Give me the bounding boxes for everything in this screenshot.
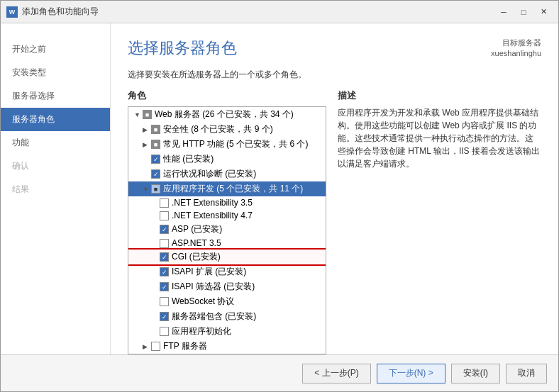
tree-item-appdev[interactable]: ▼ ■ 应用程序开发 (5 个已安装，共 11 个) xyxy=(128,181,326,196)
tree-item-webserver[interactable]: ▼ ■ Web 服务器 (26 个已安装，共 34 个) xyxy=(128,107,326,122)
checkbox-net47[interactable] xyxy=(160,211,169,220)
tree-label-security: 安全性 (8 个已安装，共 9 个) xyxy=(163,123,273,135)
tree-item-mgmt[interactable]: ▶ ■ 管理工具 (3 个已安装，共 7 个) xyxy=(128,354,326,354)
checkbox-perf[interactable]: ✓ xyxy=(151,155,160,164)
tree-label-aspnet35: ASP.NET 3.5 xyxy=(172,238,221,248)
expand-asp-icon xyxy=(151,226,158,233)
tree-item-health[interactable]: ✓ 运行状况和诊断 (已安装) xyxy=(128,167,326,181)
checkbox-ftp[interactable] xyxy=(151,342,160,351)
tree-label-net47: .NET Extensibility 4.7 xyxy=(172,211,253,220)
install-button[interactable]: 安装(I) xyxy=(451,364,500,383)
main-area: 选择服务器角色 目标服务器 xueshanlinghu 选择要安装在所选服务器上… xyxy=(111,23,558,354)
prev-button[interactable]: < 上一步(P) xyxy=(302,364,370,383)
cancel-button[interactable]: 取消 xyxy=(506,364,547,383)
expand-isapi-ext-icon xyxy=(151,269,158,276)
sidebar-item-result: 结果 xyxy=(1,178,110,201)
checkbox-asp[interactable]: ✓ xyxy=(160,225,169,234)
sidebar-item-install-type[interactable]: 安装类型 xyxy=(1,61,110,84)
tree-item-isapi-filter[interactable]: ✓ ISAPI 筛选器 (已安装) xyxy=(128,279,326,294)
close-button[interactable]: ✕ xyxy=(534,4,553,20)
checkbox-isapi-filter[interactable]: ✓ xyxy=(160,282,169,291)
tree-label-net35: .NET Extensibility 3.5 xyxy=(172,198,253,208)
tree-label-appdev: 应用程序开发 (5 个已安装，共 11 个) xyxy=(163,183,303,195)
sidebar-item-server-select[interactable]: 服务器选择 xyxy=(1,84,110,108)
tree-item-ssi[interactable]: ✓ 服务器端包含 (已安装) xyxy=(128,309,326,324)
expand-appdev-icon[interactable]: ▼ xyxy=(143,186,150,193)
expand-http-icon[interactable]: ▶ xyxy=(143,141,150,148)
window-icon: W xyxy=(6,6,18,18)
roles-label: 角色 xyxy=(128,89,326,102)
checkbox-webserver[interactable]: ■ xyxy=(143,110,152,119)
tree-label-http: 常见 HTTP 功能 (5 个已安装，共 6 个) xyxy=(163,138,308,150)
roles-panel: 角色 ▼ ■ Web 服务器 (26 个已安装，共 34 个) ▶ ■ 安全性 xyxy=(128,89,326,354)
footer: < 上一步(P) 下一步(N) > 安装(I) 取消 xyxy=(1,354,558,391)
expand-net47-icon xyxy=(151,212,158,219)
checkbox-security[interactable]: ■ xyxy=(151,125,160,134)
expand-ssi-icon xyxy=(151,313,158,320)
roles-tree[interactable]: ▼ ■ Web 服务器 (26 个已安装，共 34 个) ▶ ■ 安全性 (8 … xyxy=(128,106,326,354)
expand-perf-icon xyxy=(143,156,150,163)
tree-label-websocket: WebSocket 协议 xyxy=(172,296,234,308)
intro-description: 选择要安装在所选服务器上的一个或多个角色。 xyxy=(128,69,541,81)
target-server-info: 目标服务器 xueshanlinghu xyxy=(491,38,541,60)
expand-cgi-icon xyxy=(151,254,158,261)
expand-net35-icon xyxy=(151,199,158,206)
tree-label-isapi-ext: ISAPI 扩展 (已安装) xyxy=(172,266,246,278)
expand-aspnet35-icon xyxy=(151,240,158,247)
page-title: 选择服务器角色 xyxy=(128,38,237,59)
tree-item-http[interactable]: ▶ ■ 常见 HTTP 功能 (5 个已安装，共 6 个) xyxy=(128,137,326,152)
tree-item-net47[interactable]: .NET Extensibility 4.7 xyxy=(128,209,326,222)
tree-label-ssi: 服务器端包含 (已安装) xyxy=(172,310,256,323)
tree-item-aspnet35[interactable]: ASP.NET 3.5 xyxy=(128,237,326,250)
tree-label-ftp: FTP 服务器 xyxy=(163,340,207,352)
title-bar: W 添加角色和功能向导 ─ □ ✕ xyxy=(1,1,558,23)
checkbox-appdev[interactable]: ■ xyxy=(151,184,160,194)
title-bar-left: W 添加角色和功能向导 xyxy=(6,6,99,18)
checkbox-net35[interactable] xyxy=(160,198,169,208)
checkbox-websocket[interactable] xyxy=(160,297,169,306)
header-area: 选择服务器角色 目标服务器 xueshanlinghu xyxy=(128,38,541,69)
tree-label-health: 运行状况和诊断 (已安装) xyxy=(163,168,256,180)
tree-label-cgi: CGI (已安装) xyxy=(172,251,221,263)
columns-area: 角色 ▼ ■ Web 服务器 (26 个已安装，共 34 个) ▶ ■ 安全性 xyxy=(128,89,541,354)
desc-content: 应用程序开发为开发和承载 Web 应用程序提供基础结构。使用这些功能可以创建 W… xyxy=(338,106,541,170)
tree-item-cgi[interactable]: ✓ CGI (已安装) xyxy=(128,250,326,264)
tree-item-appinit[interactable]: 应用程序初始化 xyxy=(128,324,326,339)
expand-webserver-icon[interactable]: ▼ xyxy=(134,111,141,118)
tree-item-asp[interactable]: ✓ ASP (已安装) xyxy=(128,222,326,237)
checkbox-isapi-ext[interactable]: ✓ xyxy=(160,267,169,276)
maximize-button[interactable]: □ xyxy=(514,4,533,20)
expand-ftp-icon[interactable]: ▶ xyxy=(143,343,150,350)
tree-label-isapi-filter: ISAPI 筛选器 (已安装) xyxy=(172,281,255,293)
tree-item-security[interactable]: ▶ ■ 安全性 (8 个已安装，共 9 个) xyxy=(128,122,326,137)
tree-label-perf: 性能 (已安装) xyxy=(163,153,214,165)
sidebar-item-server-roles[interactable]: 服务器角色 xyxy=(1,108,110,131)
expand-websocket-icon xyxy=(151,298,158,306)
sidebar: 开始之前 安装类型 服务器选择 服务器角色 功能 确认 结果 xyxy=(1,23,111,354)
sidebar-item-start[interactable]: 开始之前 xyxy=(1,38,110,61)
content-area: 开始之前 安装类型 服务器选择 服务器角色 功能 确认 结果 选择服务器角色 目… xyxy=(1,23,558,354)
expand-health-icon xyxy=(143,171,150,178)
checkbox-ssi[interactable]: ✓ xyxy=(160,312,169,321)
tree-item-perf[interactable]: ✓ 性能 (已安装) xyxy=(128,152,326,167)
next-button[interactable]: 下一步(N) > xyxy=(377,364,445,383)
desc-label: 描述 xyxy=(338,89,541,102)
main-window: W 添加角色和功能向导 ─ □ ✕ 开始之前 安装类型 服务器选择 服务器角色 … xyxy=(0,0,559,392)
tree-item-ftp[interactable]: ▶ FTP 服务器 xyxy=(128,339,326,354)
checkbox-http[interactable]: ■ xyxy=(151,140,160,149)
checkbox-aspnet35[interactable] xyxy=(160,239,169,248)
tree-item-isapi-ext[interactable]: ✓ ISAPI 扩展 (已安装) xyxy=(128,264,326,279)
checkbox-appinit[interactable] xyxy=(160,327,169,336)
sidebar-item-features[interactable]: 功能 xyxy=(1,131,110,155)
checkbox-cgi[interactable]: ✓ xyxy=(160,252,169,262)
tree-item-net35[interactable]: .NET Extensibility 3.5 xyxy=(128,196,326,209)
window-title: 添加角色和功能向导 xyxy=(22,6,99,18)
sidebar-item-confirm: 确认 xyxy=(1,155,110,178)
expand-security-icon[interactable]: ▶ xyxy=(143,126,150,133)
checkbox-health[interactable]: ✓ xyxy=(151,169,160,179)
tree-item-websocket[interactable]: WebSocket 协议 xyxy=(128,294,326,309)
tree-label-appinit: 应用程序初始化 xyxy=(172,325,231,337)
minimize-button[interactable]: ─ xyxy=(494,4,513,20)
tree-label-webserver: Web 服务器 (26 个已安装，共 34 个) xyxy=(155,108,294,121)
expand-appinit-icon xyxy=(151,328,158,335)
